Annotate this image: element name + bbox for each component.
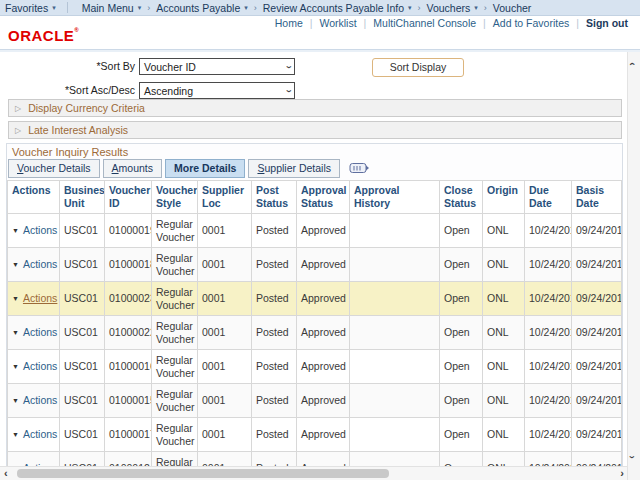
late-interest-analysis-expander[interactable]: ▷ Late Interest Analysis <box>8 121 622 139</box>
tab-supplier-details[interactable]: Supplier Details <box>248 159 340 178</box>
chevron-down-icon: ▾ <box>244 4 248 12</box>
scroll-down-icon[interactable]: ‹ <box>627 455 637 458</box>
chevron-down-icon: ‹ <box>283 65 293 68</box>
utility-link-home[interactable]: Home <box>275 17 303 29</box>
utility-link-multichannel-console[interactable]: MultiChannel Console <box>373 17 476 29</box>
horizontal-scrollbar-thumb[interactable] <box>17 469 389 478</box>
show-all-columns-icon[interactable] <box>349 162 371 176</box>
breadcrumb-item-review-accounts-payable-info[interactable]: Review Accounts Payable Info▾ <box>258 2 417 14</box>
actions-link[interactable]: Actions <box>23 292 57 304</box>
table-row: ▼ActionsUSC0101000023Regular Voucher0001… <box>8 282 622 316</box>
actions-dropdown-icon[interactable]: ▼ <box>12 227 19 234</box>
horizontal-scrollbar[interactable]: ‹ › <box>0 466 628 480</box>
chevron-down-icon: ‹ <box>283 89 293 92</box>
cell-basis-date: 09/24/2014 <box>572 316 622 350</box>
cell-post-status: Posted <box>252 452 297 467</box>
tab-more-details[interactable]: More Details <box>165 159 245 178</box>
column-header-business-unit[interactable]: Business Unit <box>60 181 105 214</box>
cell-voucher-id: 01000124 <box>105 452 152 467</box>
column-header-actions[interactable]: Actions <box>8 181 60 214</box>
tab-amounts[interactable]: Amounts <box>103 159 162 178</box>
cell-approval-status: Approved <box>297 316 350 350</box>
sort-by-select[interactable]: Voucher ID ‹ <box>139 58 295 75</box>
cell-origin: ONL <box>483 248 525 282</box>
cell-post-status: Posted <box>252 282 297 316</box>
actions-dropdown-icon[interactable]: ▼ <box>12 295 19 302</box>
cell-business-unit: USC01 <box>60 316 105 350</box>
column-header-voucher-style[interactable]: Voucher Style <box>152 181 198 214</box>
actions-link[interactable]: Actions <box>23 360 57 372</box>
cell-due-date: 10/24/2014 <box>525 350 572 384</box>
favorites-menu[interactable]: Favorites ▾ <box>0 2 61 14</box>
actions-link[interactable]: Actions <box>23 428 57 440</box>
utility-nav: Home|Worklist|MultiChannel Console|Add t… <box>268 16 628 30</box>
actions-link[interactable]: Actions <box>23 394 57 406</box>
late-interest-analysis-label: Late Interest Analysis <box>28 124 128 136</box>
utility-link-sign-out[interactable]: Sign out <box>586 17 628 29</box>
cell-approval-history <box>350 248 440 282</box>
cell-voucher-id: 01000016 <box>105 350 152 384</box>
actions-link[interactable]: Actions <box>23 224 57 236</box>
expand-arrow-icon: ▷ <box>15 126 21 135</box>
tab-voucher-details[interactable]: Voucher Details <box>8 159 100 178</box>
cell-approval-history <box>350 350 440 384</box>
actions-link[interactable]: Actions <box>23 326 57 338</box>
breadcrumb-item-vouchers[interactable]: Vouchers▾ <box>422 2 483 14</box>
cell-due-date: 10/24/2014 <box>525 248 572 282</box>
cell-origin: ONL <box>483 214 525 248</box>
breadcrumb-separator-icon: › <box>254 3 257 13</box>
chevron-down-icon: ▾ <box>408 4 412 12</box>
actions-dropdown-icon[interactable]: ▼ <box>12 261 19 268</box>
cell-origin: ONL <box>483 384 525 418</box>
cell-approval-status: Approved <box>297 384 350 418</box>
cell-close-status: Open <box>440 316 483 350</box>
cell-voucher-style: Regular Voucher <box>152 418 198 452</box>
scroll-up-icon[interactable]: ‹ <box>627 62 637 65</box>
cell-approval-status: Approved <box>297 350 350 384</box>
display-currency-criteria-expander[interactable]: ▷ Display Currency Criteria <box>8 99 622 117</box>
sort-display-button[interactable]: Sort Display <box>372 58 464 77</box>
column-header-supplier-loc[interactable]: Supplier Loc <box>198 181 252 214</box>
cell-voucher-id: 01000018 <box>105 248 152 282</box>
actions-dropdown-icon[interactable]: ▼ <box>12 329 19 336</box>
scroll-left-icon[interactable]: ‹ <box>4 467 8 480</box>
actions-link[interactable]: Actions <box>23 258 57 270</box>
cell-approval-status: Approved <box>297 282 350 316</box>
table-row: ▼ActionsUSC0101000017Regular Voucher0001… <box>8 418 622 452</box>
utility-link-add-to-favorites[interactable]: Add to Favorites <box>493 17 569 29</box>
column-header-post-status[interactable]: Post Status <box>252 181 297 214</box>
sort-by-label: *Sort By <box>0 60 135 72</box>
oracle-logo: ORACLE <box>8 27 79 44</box>
column-header-due-date[interactable]: Due Date <box>525 181 572 214</box>
breadcrumb-item-accounts-payable[interactable]: Accounts Payable▾ <box>151 2 253 14</box>
utility-link-worklist[interactable]: Worklist <box>319 17 356 29</box>
breadcrumb-divider <box>67 2 68 13</box>
actions-dropdown-icon[interactable]: ▼ <box>12 397 19 404</box>
column-header-voucher-id[interactable]: Voucher ID <box>105 181 152 214</box>
breadcrumb-item-voucher[interactable]: Voucher <box>488 2 537 14</box>
actions-dropdown-icon[interactable]: ▼ <box>12 363 19 370</box>
cell-voucher-style: Regular Voucher <box>152 452 198 467</box>
actions-dropdown-icon[interactable]: ▼ <box>12 431 19 438</box>
breadcrumb-item-main-menu[interactable]: Main Menu▾ <box>77 2 146 14</box>
sort-asc-select[interactable]: Ascending ‹ <box>139 82 295 99</box>
cell-supplier-loc: 0001 <box>198 350 252 384</box>
expand-arrow-icon: ▷ <box>15 104 21 113</box>
results-title: Voucher Inquiry Results <box>7 144 622 160</box>
cell-actions: ▼Actions <box>8 248 60 282</box>
breadcrumb-separator-icon: › <box>484 3 487 13</box>
vertical-scrollbar[interactable]: ‹ ‹ <box>627 52 640 480</box>
column-header-approval-history[interactable]: Approval History <box>350 181 440 214</box>
cell-basis-date: 09/24/2014 <box>572 418 622 452</box>
sort-by-value: Voucher ID <box>144 61 196 73</box>
breadcrumb-item-label: Review Accounts Payable Info <box>263 2 404 14</box>
table-row: ▼ActionsUSC0101000018Regular Voucher0001… <box>8 248 622 282</box>
cell-post-status: Posted <box>252 384 297 418</box>
column-header-approval-status[interactable]: Approval Status <box>297 181 350 214</box>
column-header-close-status[interactable]: Close Status <box>440 181 483 214</box>
favorites-label: Favorites <box>5 2 48 14</box>
column-header-origin[interactable]: Origin <box>483 181 525 214</box>
column-header-basis-date[interactable]: Basis Date <box>572 181 622 214</box>
breadcrumb: Favorites ▾ Main Menu▾›Accounts Payable▾… <box>0 0 640 16</box>
scroll-right-icon[interactable]: › <box>620 467 624 480</box>
